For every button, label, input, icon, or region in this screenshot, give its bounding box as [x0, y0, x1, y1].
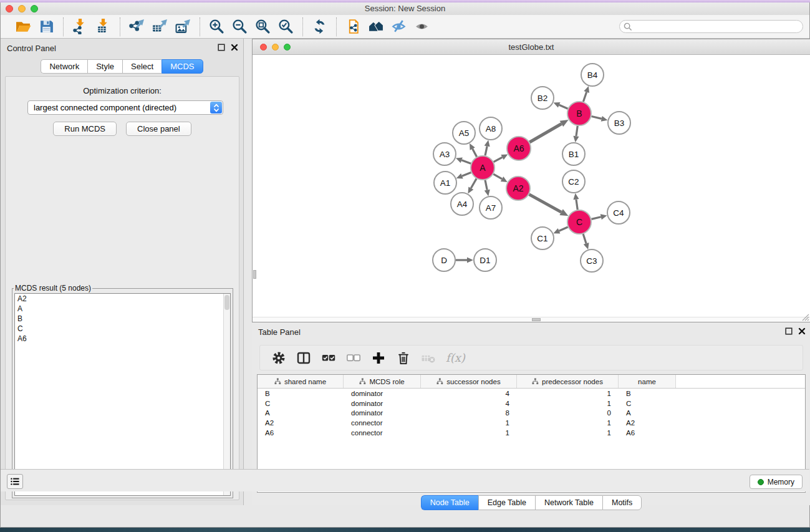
mcds-result-item[interactable]: C	[15, 324, 230, 334]
network-canvas[interactable]: AA1A2A3A4A5A6A7A8BB1B2B3B4CC1C2C3C4DD1	[253, 55, 810, 322]
graph-node-C[interactable]: C	[567, 210, 591, 234]
edge-C-C1[interactable]	[559, 227, 568, 231]
cell[interactable]: 0	[517, 409, 619, 417]
tab-mcds[interactable]: MCDS	[162, 59, 203, 74]
edge-A6-B[interactable]	[529, 123, 561, 142]
graph-node-C4[interactable]: C4	[607, 201, 630, 224]
column-header-name[interactable]: name	[619, 375, 676, 388]
session-search-field[interactable]	[619, 20, 803, 33]
edge-A-A1[interactable]	[462, 172, 471, 176]
deselect-all-icon[interactable]	[346, 351, 361, 365]
cell[interactable]: 1	[517, 429, 619, 437]
column-header-successor-nodes[interactable]: successor nodes	[421, 375, 517, 388]
graph-node-A4[interactable]: A4	[451, 193, 473, 215]
select-all-icon[interactable]	[321, 351, 336, 365]
cell[interactable]: dominator	[344, 409, 421, 417]
edge-A-A2[interactable]	[493, 174, 502, 179]
table-row[interactable]: Adominator80A	[258, 408, 805, 418]
graph-node-C1[interactable]: C1	[531, 227, 554, 249]
edge-C-C4[interactable]	[591, 217, 600, 220]
table-row[interactable]: A6connector11A6	[258, 428, 805, 438]
mcds-result-item[interactable]: A	[15, 304, 230, 314]
zoom-selected-icon[interactable]	[277, 18, 294, 35]
tab-network[interactable]: Network	[41, 59, 87, 74]
cell[interactable]: C	[619, 400, 676, 407]
close-panel-icon[interactable]	[231, 44, 238, 51]
panel-list-button[interactable]	[7, 474, 23, 489]
cell[interactable]: A2	[619, 419, 676, 427]
edge-C-C3[interactable]	[583, 234, 586, 243]
cell[interactable]: 1	[421, 429, 517, 437]
edge-B-B3[interactable]	[591, 117, 601, 119]
table-row[interactable]: Bdominator41B	[258, 389, 805, 399]
hide-selected-icon[interactable]	[391, 18, 408, 35]
network-vertical-scrollbar[interactable]	[253, 270, 256, 279]
graph-node-B4[interactable]: B4	[581, 64, 604, 86]
zoom-in-icon[interactable]	[208, 18, 225, 35]
edge-B-B4[interactable]	[583, 92, 586, 102]
export-table-icon[interactable]	[152, 18, 168, 35]
tab-style[interactable]: Style	[87, 59, 122, 74]
delete-column-icon[interactable]	[396, 351, 411, 365]
graph-node-A3[interactable]: A3	[433, 143, 456, 165]
cell[interactable]: 1	[421, 419, 517, 427]
import-network-icon[interactable]	[72, 18, 89, 35]
zoom-out-icon[interactable]	[231, 18, 248, 35]
network-from-selection-icon[interactable]	[345, 18, 362, 35]
export-image-icon[interactable]	[175, 18, 191, 35]
tab-network-table[interactable]: Network Table	[535, 495, 602, 510]
optimization-criterion-dropdown[interactable]: largest connected component (directed)	[27, 100, 223, 115]
float-panel-icon[interactable]	[785, 327, 793, 335]
split-panel-icon[interactable]	[296, 351, 311, 365]
column-header-predecessor-nodes[interactable]: predecessor nodes	[517, 375, 619, 388]
edge-A-A8[interactable]	[485, 146, 487, 155]
cell[interactable]: 1	[517, 419, 619, 427]
graph-node-A2[interactable]: A2	[506, 177, 530, 200]
cell[interactable]: A	[619, 409, 676, 417]
first-neighbors-icon[interactable]	[368, 18, 385, 35]
graph-node-C2[interactable]: C2	[562, 170, 585, 193]
cell[interactable]: 8	[421, 409, 517, 417]
close-panel-icon[interactable]	[798, 327, 806, 335]
memory-button[interactable]: Memory	[750, 475, 803, 489]
cell[interactable]: A	[258, 409, 344, 417]
mcds-list-scrollbar[interactable]	[223, 294, 230, 495]
save-icon[interactable]	[38, 18, 55, 35]
table-row[interactable]: Cdominator41C	[258, 399, 805, 409]
export-network-icon[interactable]	[128, 18, 145, 35]
graph-node-A[interactable]: A	[471, 156, 494, 180]
cell[interactable]: connector	[344, 429, 421, 437]
cell[interactable]: dominator	[344, 400, 421, 407]
cell[interactable]: B	[258, 390, 344, 397]
tab-edge-table[interactable]: Edge Table	[478, 495, 535, 510]
cell[interactable]: connector	[344, 419, 421, 427]
cell[interactable]: dominator	[344, 390, 421, 397]
show-all-icon[interactable]	[414, 18, 431, 35]
graph-node-D1[interactable]: D1	[474, 249, 496, 271]
graph-node-D[interactable]: D	[433, 249, 455, 271]
cell[interactable]: C	[258, 400, 344, 407]
zoom-fit-icon[interactable]	[254, 18, 271, 35]
edge-A-A3[interactable]	[461, 160, 471, 163]
edge-B-B2[interactable]	[559, 105, 568, 109]
float-panel-icon[interactable]	[218, 44, 225, 51]
refresh-icon[interactable]	[311, 18, 328, 35]
edge-A-A6[interactable]	[494, 157, 503, 162]
graph-node-B3[interactable]: B3	[608, 112, 630, 134]
graph-node-B2[interactable]: B2	[531, 87, 554, 109]
close-panel-button[interactable]: Close panel	[126, 122, 191, 136]
column-header-shared-name[interactable]: shared name	[258, 375, 344, 388]
cell[interactable]: 1	[517, 390, 619, 397]
resize-grip-icon[interactable]	[801, 313, 809, 321]
cell[interactable]: 4	[421, 390, 517, 397]
edge-A-A7[interactable]	[485, 180, 487, 190]
graph-node-A6[interactable]: A6	[507, 137, 531, 160]
add-column-icon[interactable]	[371, 351, 386, 365]
search-input[interactable]	[619, 20, 803, 33]
tab-motifs[interactable]: Motifs	[602, 495, 642, 510]
cell[interactable]: B	[619, 390, 676, 397]
graph-node-A8[interactable]: A8	[480, 117, 502, 140]
cell[interactable]: A2	[258, 419, 344, 427]
import-table-icon[interactable]	[95, 18, 112, 35]
cell[interactable]: 4	[421, 400, 517, 407]
